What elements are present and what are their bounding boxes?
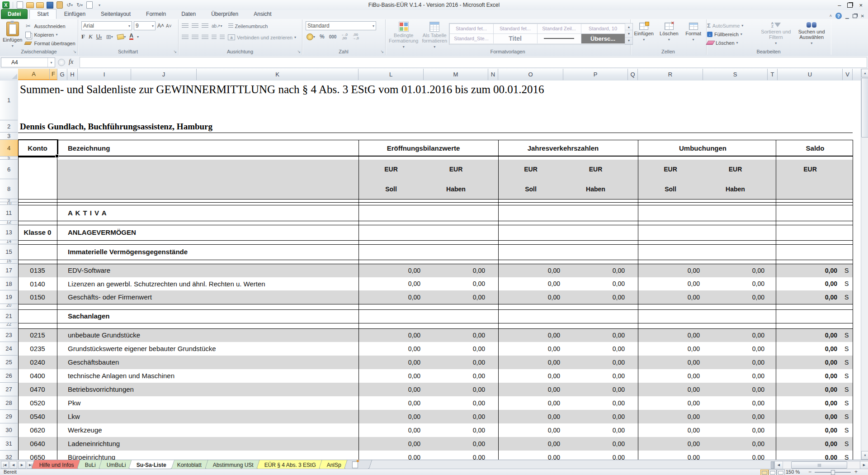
konto-cell[interactable]: 0470 xyxy=(18,383,57,396)
value-cell[interactable]: 0,00 xyxy=(638,451,703,460)
font-color-icon[interactable]: A xyxy=(129,33,133,40)
konto-cell[interactable]: 0400 xyxy=(18,369,57,383)
ribbon-tab-start[interactable]: Start xyxy=(29,9,56,19)
ribbon-tab-daten[interactable]: Daten xyxy=(174,9,203,19)
description-cell[interactable]: unbebaute Grundstücke xyxy=(68,328,140,342)
description-cell[interactable]: Ladeneinrichtung xyxy=(68,437,120,451)
italic-button[interactable]: K xyxy=(89,33,93,40)
name-box[interactable]: A4 ▾ xyxy=(1,57,55,67)
value-cell[interactable]: 0,00 xyxy=(638,396,703,410)
column-header-V[interactable]: V xyxy=(843,69,853,80)
saldo-side-cell[interactable]: S xyxy=(844,328,849,342)
style-gallery-item[interactable]: Standard, 10 xyxy=(581,24,625,34)
saldo-cell[interactable]: 0,00 xyxy=(778,451,837,460)
saldo-side-cell[interactable]: S xyxy=(844,410,849,423)
column-header-S[interactable]: S xyxy=(703,69,768,80)
row-header-29[interactable]: 29 xyxy=(0,410,18,423)
value-cell[interactable]: 0,00 xyxy=(498,410,563,423)
value-cell[interactable]: 0,00 xyxy=(359,342,424,356)
folder-icon[interactable] xyxy=(36,1,44,9)
format-cells-button[interactable]: Format▾ xyxy=(681,21,705,44)
value-cell[interactable]: 0,00 xyxy=(638,437,703,451)
find-select-button[interactable]: Suchen und Auswählen▾ xyxy=(793,20,830,48)
value-cell[interactable]: 0,00 xyxy=(638,410,703,423)
column-header-H[interactable]: H xyxy=(67,69,78,80)
value-cell[interactable]: 0,00 xyxy=(703,437,768,451)
align-left-icon[interactable] xyxy=(182,35,189,40)
new-document-icon[interactable] xyxy=(16,1,24,9)
value-cell[interactable]: 0,00 xyxy=(498,369,563,383)
column-header-T[interactable]: T xyxy=(768,69,778,80)
page-layout-view-icon[interactable] xyxy=(769,470,777,475)
decrease-indent-icon[interactable] xyxy=(212,35,217,40)
value-cell[interactable]: 0,00 xyxy=(703,383,768,396)
value-cell[interactable]: 0,00 xyxy=(638,290,703,304)
row-header-8[interactable]: 8 xyxy=(0,179,18,199)
normal-view-icon[interactable] xyxy=(760,470,769,475)
value-cell[interactable]: 0,00 xyxy=(498,437,563,451)
value-cell[interactable]: 0,00 xyxy=(563,342,628,356)
konto-cell[interactable]: 0540 xyxy=(18,410,57,423)
value-cell[interactable]: 0,00 xyxy=(563,290,628,304)
align-right-icon[interactable] xyxy=(202,35,208,40)
saldo-cell[interactable]: 0,00 xyxy=(778,423,837,437)
row-header-28[interactable]: 28 xyxy=(0,396,18,410)
value-cell[interactable]: 0,00 xyxy=(359,356,424,369)
konto-cell[interactable]: 0620 xyxy=(18,423,57,437)
value-cell[interactable]: 0,00 xyxy=(424,451,488,460)
saldo-side-cell[interactable]: S xyxy=(844,451,849,460)
sheet-tab-abstimmung-ust[interactable]: Abstimmung USt xyxy=(204,460,262,469)
style-gallery-item[interactable]: Übersc... xyxy=(581,33,625,44)
dialog-launcher-icon[interactable]: ↘ xyxy=(297,49,301,54)
delete-cells-button[interactable]: Löschen▾ xyxy=(657,21,682,44)
description-cell[interactable]: Büroeinrichtung xyxy=(68,451,115,460)
value-cell[interactable]: 0,00 xyxy=(498,342,563,356)
value-cell[interactable]: 0,00 xyxy=(359,264,424,277)
value-cell[interactable]: 0,00 xyxy=(638,342,703,356)
value-cell[interactable]: 0,00 xyxy=(424,328,488,342)
print-preview-icon[interactable] xyxy=(85,1,94,9)
value-cell[interactable]: 0,00 xyxy=(638,369,703,383)
shrink-font-icon[interactable]: A˅ xyxy=(166,24,172,28)
row-header-17[interactable]: 17 xyxy=(0,264,18,277)
value-cell[interactable]: 0,00 xyxy=(424,356,488,369)
saldo-side-cell[interactable]: S xyxy=(844,356,849,369)
value-cell[interactable]: 0,00 xyxy=(638,264,703,277)
align-middle-icon[interactable] xyxy=(192,24,198,28)
value-cell[interactable]: 0,00 xyxy=(563,396,628,410)
fill-color-icon[interactable]: ▾ xyxy=(117,34,126,39)
dialog-launcher-icon[interactable]: ↘ xyxy=(73,49,76,54)
first-sheet-icon[interactable]: |◀ xyxy=(1,461,9,469)
scroll-right-icon[interactable]: ▶ xyxy=(860,461,868,469)
decrease-decimal-icon[interactable]: ,00→,0 xyxy=(352,33,359,40)
undo-icon[interactable]: ↺▾ xyxy=(66,1,74,9)
value-cell[interactable]: 0,00 xyxy=(424,410,488,423)
row-header-12[interactable]: 12 xyxy=(0,221,18,225)
column-header-G[interactable]: G xyxy=(57,69,67,80)
value-cell[interactable]: 0,00 xyxy=(359,423,424,437)
saldo-cell[interactable]: 0,00 xyxy=(778,383,837,396)
row-header-23[interactable]: 23 xyxy=(0,328,18,342)
value-cell[interactable]: 0,00 xyxy=(498,451,563,460)
value-cell[interactable]: 0,00 xyxy=(563,369,628,383)
column-header-K[interactable]: K xyxy=(197,69,359,80)
konto-cell[interactable]: 0640 xyxy=(18,437,57,451)
value-cell[interactable]: 0,00 xyxy=(563,277,628,290)
row-header-21[interactable]: 21 xyxy=(0,309,18,323)
description-cell[interactable]: Werkzeuge xyxy=(68,423,102,437)
value-cell[interactable]: 0,00 xyxy=(703,396,768,410)
row-header-19[interactable]: 19 xyxy=(0,290,18,304)
konto-cell[interactable]: 0215 xyxy=(18,328,57,342)
value-cell[interactable]: 0,00 xyxy=(424,437,488,451)
value-cell[interactable]: 0,00 xyxy=(424,290,488,304)
zoom-level[interactable]: 150 % xyxy=(786,469,800,475)
value-cell[interactable]: 0,00 xyxy=(498,290,563,304)
value-cell[interactable]: 0,00 xyxy=(424,383,488,396)
paste-icon[interactable] xyxy=(56,1,64,9)
column-header-A[interactable]: A xyxy=(18,69,50,80)
value-cell[interactable]: 0,00 xyxy=(563,328,628,342)
konto-cell[interactable]: 0520 xyxy=(18,396,57,410)
saldo-side-cell[interactable]: S xyxy=(844,423,849,437)
saldo-side-cell[interactable]: S xyxy=(844,396,849,410)
value-cell[interactable]: 0,00 xyxy=(359,410,424,423)
